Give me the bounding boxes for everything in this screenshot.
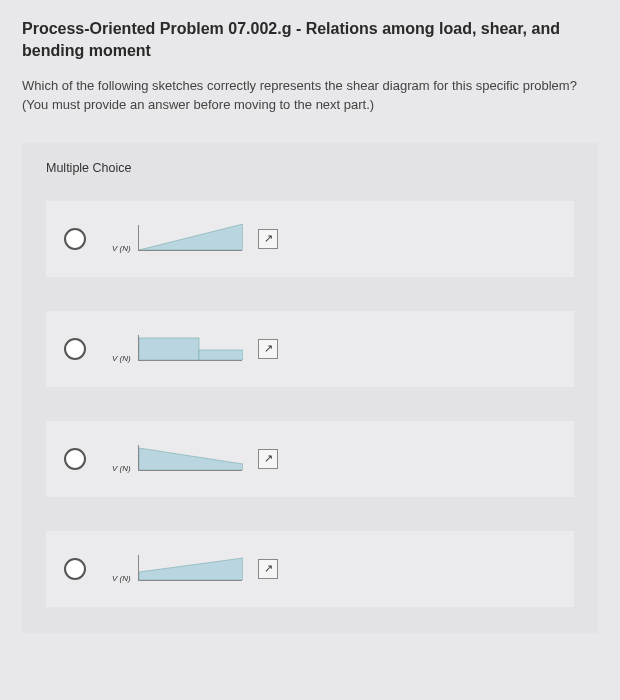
option-a[interactable]: V (N) ↗ [46, 201, 574, 277]
svg-rect-2 [199, 350, 243, 360]
radio-a[interactable] [64, 228, 86, 250]
svg-marker-0 [139, 224, 243, 250]
radio-d[interactable] [64, 558, 86, 580]
expand-icon[interactable]: ↗ [258, 229, 278, 249]
shape-trapezoid-rising [139, 554, 243, 580]
diagram-wrap-c: V (N) ↗ [110, 439, 278, 479]
multiple-choice-block: Multiple Choice V (N) ↗ V (N) [22, 143, 598, 633]
problem-prompt: Which of the following sketches correctl… [22, 77, 598, 115]
shear-diagram-b: V (N) [110, 329, 248, 369]
shape-step [139, 334, 243, 360]
axis-box [138, 555, 242, 581]
diagram-wrap-d: V (N) ↗ [110, 549, 278, 589]
svg-marker-3 [139, 448, 243, 470]
radio-b[interactable] [64, 338, 86, 360]
shear-diagram-c: V (N) [110, 439, 248, 479]
diagram-wrap-a: V (N) ↗ [110, 219, 278, 259]
axis-box [138, 225, 242, 251]
multiple-choice-label: Multiple Choice [46, 157, 574, 175]
problem-title: Process-Oriented Problem 07.002.g - Rela… [22, 18, 598, 61]
axis-box [138, 335, 242, 361]
svg-marker-4 [139, 558, 243, 580]
axis-label-a: V (N) [112, 244, 131, 253]
expand-icon[interactable]: ↗ [258, 559, 278, 579]
axis-label-c: V (N) [112, 464, 131, 473]
option-d[interactable]: V (N) ↗ [46, 531, 574, 607]
axis-box [138, 445, 242, 471]
axis-label-d: V (N) [112, 574, 131, 583]
expand-icon[interactable]: ↗ [258, 339, 278, 359]
axis-label-b: V (N) [112, 354, 131, 363]
diagram-wrap-b: V (N) ↗ [110, 329, 278, 369]
svg-rect-1 [139, 338, 199, 360]
option-b[interactable]: V (N) ↗ [46, 311, 574, 387]
shape-trapezoid-falling [139, 444, 243, 470]
shear-diagram-d: V (N) [110, 549, 248, 589]
shear-diagram-a: V (N) [110, 219, 248, 259]
radio-c[interactable] [64, 448, 86, 470]
shape-triangle-rising [139, 224, 243, 250]
expand-icon[interactable]: ↗ [258, 449, 278, 469]
option-c[interactable]: V (N) ↗ [46, 421, 574, 497]
